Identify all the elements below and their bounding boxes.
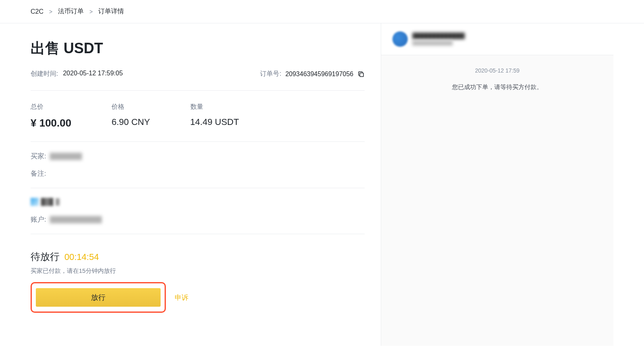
order-number-label: 订单号: <box>260 70 281 78</box>
status-hint: 买家已付款，请在15分钟内放行 <box>31 267 365 275</box>
status-section: 待放行 00:14:54 买家已付款，请在15分钟内放行 放行 申诉 <box>31 234 365 313</box>
breadcrumb-fiat-orders[interactable]: 法币订单 <box>58 7 84 16</box>
appeal-link[interactable]: 申诉 <box>175 293 188 302</box>
chat-system-message: 您已成功下单，请等待买方付款。 <box>389 83 605 91</box>
chat-timestamp: 2020-05-12 17:59 <box>389 67 605 74</box>
countdown-timer: 00:14:54 <box>64 252 99 262</box>
remark-label: 备注: <box>31 169 46 178</box>
payment-info-section: 账户: <box>31 188 365 234</box>
created-time-value: 2020-05-12 17:59:05 <box>63 70 123 78</box>
order-number-value: 2093463945969197056 <box>285 71 353 78</box>
breadcrumb: C2C > 法币订单 > 订单详情 <box>0 0 644 23</box>
breadcrumb-c2c[interactable]: C2C <box>31 8 43 15</box>
buyer-info-section: 买家: 备注: <box>31 142 365 188</box>
unit-price-value: 6.90 CNY <box>111 117 150 127</box>
chevron-right-icon: > <box>89 8 93 15</box>
order-meta: 创建时间: 2020-05-12 17:59:05 订单号: 209346394… <box>31 70 365 91</box>
svg-rect-0 <box>360 73 363 77</box>
unit-price-label: 价格 <box>111 103 150 111</box>
chevron-right-icon: > <box>49 8 52 15</box>
chat-panel: 2020-05-12 17:59 您已成功下单，请等待买方付款。 <box>381 23 613 346</box>
payment-icon-redacted <box>41 198 53 206</box>
chat-user-sub-redacted <box>413 41 453 46</box>
breadcrumb-order-detail: 订单详情 <box>98 7 124 16</box>
chat-header <box>381 23 613 55</box>
release-button-highlight: 放行 <box>31 282 166 313</box>
account-label: 账户: <box>31 215 46 224</box>
total-price-value: ¥ 100.00 <box>31 117 71 129</box>
buyer-name-redacted <box>50 153 82 160</box>
release-button[interactable]: 放行 <box>36 288 161 307</box>
payment-icon-redacted <box>31 198 39 206</box>
quantity-value: 14.49 USDT <box>190 117 239 127</box>
account-value-redacted <box>50 216 102 223</box>
page-title: 出售 USDT <box>31 39 365 58</box>
avatar <box>392 31 408 47</box>
payment-icon-redacted <box>56 198 60 206</box>
order-detail-panel: 出售 USDT 创建时间: 2020-05-12 17:59:05 订单号: 2… <box>31 23 365 346</box>
created-time-label: 创建时间: <box>31 70 58 78</box>
payment-method-icons <box>31 198 365 206</box>
buyer-label: 买家: <box>31 152 46 161</box>
total-price-label: 总价 <box>31 103 71 111</box>
quantity-label: 数量 <box>190 103 239 111</box>
order-stats: 总价 ¥ 100.00 价格 6.90 CNY 数量 14.49 USDT <box>31 91 365 142</box>
status-text: 待放行 <box>31 250 60 263</box>
chat-body: 2020-05-12 17:59 您已成功下单，请等待买方付款。 <box>381 55 613 103</box>
copy-icon[interactable] <box>357 71 365 78</box>
chat-user-name-redacted <box>413 33 465 39</box>
